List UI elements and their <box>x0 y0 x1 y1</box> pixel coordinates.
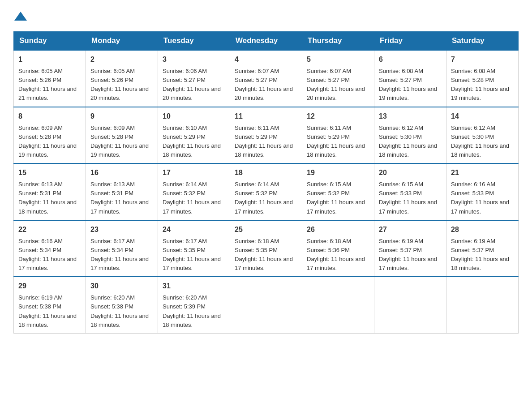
day-number: 8 <box>18 111 81 122</box>
calendar-cell: 15 Sunrise: 6:13 AMSunset: 5:31 PMDaylig… <box>14 163 86 220</box>
days-header-row: SundayMondayTuesdayWednesdayThursdayFrid… <box>14 32 519 51</box>
calendar-cell: 3 Sunrise: 6:06 AMSunset: 5:27 PMDayligh… <box>158 50 230 107</box>
week-row: 29 Sunrise: 6:19 AMSunset: 5:38 PMDaylig… <box>14 277 519 333</box>
calendar-cell: 17 Sunrise: 6:14 AMSunset: 5:32 PMDaylig… <box>158 163 230 220</box>
day-of-week-header: Saturday <box>446 32 519 51</box>
day-of-week-header: Monday <box>86 32 158 51</box>
day-number: 25 <box>235 224 297 235</box>
calendar-cell: 1 Sunrise: 6:05 AMSunset: 5:26 PMDayligh… <box>14 50 86 107</box>
calendar-cell: 20 Sunrise: 6:15 AMSunset: 5:33 PMDaylig… <box>374 163 446 220</box>
day-number: 21 <box>451 167 514 178</box>
calendar-cell: 23 Sunrise: 6:17 AMSunset: 5:34 PMDaylig… <box>86 220 158 277</box>
day-number: 17 <box>163 167 225 178</box>
calendar-cell: 27 Sunrise: 6:19 AMSunset: 5:37 PMDaylig… <box>374 220 446 277</box>
day-number: 30 <box>90 281 153 291</box>
calendar-cell: 19 Sunrise: 6:15 AMSunset: 5:32 PMDaylig… <box>302 163 374 220</box>
day-info: Sunrise: 6:05 AMSunset: 5:26 PMDaylight:… <box>90 68 149 101</box>
day-info: Sunrise: 6:17 AMSunset: 5:35 PMDaylight:… <box>163 238 221 271</box>
calendar-cell: 14 Sunrise: 6:12 AMSunset: 5:30 PMDaylig… <box>446 107 519 164</box>
day-info: Sunrise: 6:19 AMSunset: 5:37 PMDaylight:… <box>379 238 437 271</box>
day-number: 9 <box>90 111 153 122</box>
day-info: Sunrise: 6:15 AMSunset: 5:32 PMDaylight:… <box>307 181 365 214</box>
calendar-cell <box>302 277 374 333</box>
day-of-week-header: Sunday <box>14 32 86 51</box>
day-number: 11 <box>235 111 297 122</box>
day-info: Sunrise: 6:08 AMSunset: 5:28 PMDaylight:… <box>451 68 509 101</box>
logo-triangle-icon <box>14 12 27 21</box>
day-info: Sunrise: 6:09 AMSunset: 5:28 PMDaylight:… <box>18 124 77 158</box>
day-info: Sunrise: 6:10 AMSunset: 5:29 PMDaylight:… <box>163 124 221 158</box>
day-info: Sunrise: 6:20 AMSunset: 5:39 PMDaylight:… <box>163 294 221 328</box>
day-number: 4 <box>235 54 297 65</box>
calendar-cell <box>446 277 519 333</box>
day-number: 16 <box>90 167 153 178</box>
calendar-cell: 4 Sunrise: 6:07 AMSunset: 5:27 PMDayligh… <box>230 50 302 107</box>
day-info: Sunrise: 6:13 AMSunset: 5:31 PMDaylight:… <box>18 181 77 214</box>
day-number: 24 <box>163 224 225 235</box>
day-number: 23 <box>90 224 153 235</box>
calendar-cell: 28 Sunrise: 6:19 AMSunset: 5:37 PMDaylig… <box>446 220 519 277</box>
calendar-cell: 8 Sunrise: 6:09 AMSunset: 5:28 PMDayligh… <box>14 107 86 164</box>
day-number: 12 <box>307 111 369 122</box>
day-of-week-header: Tuesday <box>158 32 230 51</box>
day-number: 28 <box>451 224 514 235</box>
day-number: 14 <box>451 111 514 122</box>
day-info: Sunrise: 6:16 AMSunset: 5:33 PMDaylight:… <box>451 181 509 214</box>
day-info: Sunrise: 6:12 AMSunset: 5:30 PMDaylight:… <box>379 124 437 158</box>
day-info: Sunrise: 6:14 AMSunset: 5:32 PMDaylight:… <box>235 181 293 214</box>
calendar-cell: 24 Sunrise: 6:17 AMSunset: 5:35 PMDaylig… <box>158 220 230 277</box>
calendar-cell: 13 Sunrise: 6:12 AMSunset: 5:30 PMDaylig… <box>374 107 446 164</box>
day-info: Sunrise: 6:18 AMSunset: 5:36 PMDaylight:… <box>307 238 365 271</box>
calendar-cell: 2 Sunrise: 6:05 AMSunset: 5:26 PMDayligh… <box>86 50 158 107</box>
day-number: 1 <box>18 54 81 65</box>
day-info: Sunrise: 6:18 AMSunset: 5:35 PMDaylight:… <box>235 238 293 271</box>
day-number: 19 <box>307 167 369 178</box>
week-row: 8 Sunrise: 6:09 AMSunset: 5:28 PMDayligh… <box>14 107 519 164</box>
calendar-cell: 5 Sunrise: 6:07 AMSunset: 5:27 PMDayligh… <box>302 50 374 107</box>
page-header <box>13 13 519 22</box>
calendar-cell: 16 Sunrise: 6:13 AMSunset: 5:31 PMDaylig… <box>86 163 158 220</box>
calendar-cell: 30 Sunrise: 6:20 AMSunset: 5:38 PMDaylig… <box>86 277 158 333</box>
day-info: Sunrise: 6:16 AMSunset: 5:34 PMDaylight:… <box>18 238 77 271</box>
day-number: 13 <box>379 111 442 122</box>
day-info: Sunrise: 6:07 AMSunset: 5:27 PMDaylight:… <box>307 68 365 101</box>
calendar-cell: 9 Sunrise: 6:09 AMSunset: 5:28 PMDayligh… <box>86 107 158 164</box>
day-info: Sunrise: 6:14 AMSunset: 5:32 PMDaylight:… <box>163 181 221 214</box>
calendar-cell: 22 Sunrise: 6:16 AMSunset: 5:34 PMDaylig… <box>14 220 86 277</box>
calendar-cell: 11 Sunrise: 6:11 AMSunset: 5:29 PMDaylig… <box>230 107 302 164</box>
day-number: 22 <box>18 224 81 235</box>
day-number: 2 <box>90 54 153 65</box>
day-of-week-header: Friday <box>374 32 446 51</box>
day-number: 10 <box>163 111 225 122</box>
day-info: Sunrise: 6:19 AMSunset: 5:37 PMDaylight:… <box>451 238 509 271</box>
week-row: 15 Sunrise: 6:13 AMSunset: 5:31 PMDaylig… <box>14 163 519 220</box>
day-number: 18 <box>235 167 297 178</box>
day-number: 27 <box>379 224 442 235</box>
day-number: 3 <box>163 54 225 65</box>
calendar-cell: 7 Sunrise: 6:08 AMSunset: 5:28 PMDayligh… <box>446 50 519 107</box>
logo <box>13 13 28 22</box>
calendar-cell: 25 Sunrise: 6:18 AMSunset: 5:35 PMDaylig… <box>230 220 302 277</box>
day-info: Sunrise: 6:11 AMSunset: 5:29 PMDaylight:… <box>235 124 293 158</box>
calendar-cell <box>374 277 446 333</box>
day-number: 6 <box>379 54 442 65</box>
day-info: Sunrise: 6:15 AMSunset: 5:33 PMDaylight:… <box>379 181 437 214</box>
week-row: 22 Sunrise: 6:16 AMSunset: 5:34 PMDaylig… <box>14 220 519 277</box>
calendar-cell: 6 Sunrise: 6:08 AMSunset: 5:27 PMDayligh… <box>374 50 446 107</box>
day-number: 20 <box>379 167 442 178</box>
day-number: 31 <box>163 281 225 291</box>
day-info: Sunrise: 6:17 AMSunset: 5:34 PMDaylight:… <box>90 238 149 271</box>
calendar-table: SundayMondayTuesdayWednesdayThursdayFrid… <box>13 31 519 334</box>
day-info: Sunrise: 6:08 AMSunset: 5:27 PMDaylight:… <box>379 68 437 101</box>
day-info: Sunrise: 6:19 AMSunset: 5:38 PMDaylight:… <box>18 294 77 328</box>
day-number: 26 <box>307 224 369 235</box>
day-number: 7 <box>451 54 514 65</box>
calendar-cell: 12 Sunrise: 6:11 AMSunset: 5:29 PMDaylig… <box>302 107 374 164</box>
day-info: Sunrise: 6:11 AMSunset: 5:29 PMDaylight:… <box>307 124 365 158</box>
week-row: 1 Sunrise: 6:05 AMSunset: 5:26 PMDayligh… <box>14 50 519 107</box>
day-info: Sunrise: 6:05 AMSunset: 5:26 PMDaylight:… <box>18 68 77 101</box>
calendar-cell: 21 Sunrise: 6:16 AMSunset: 5:33 PMDaylig… <box>446 163 519 220</box>
day-info: Sunrise: 6:09 AMSunset: 5:28 PMDaylight:… <box>90 124 149 158</box>
day-number: 5 <box>307 54 369 65</box>
calendar-cell: 10 Sunrise: 6:10 AMSunset: 5:29 PMDaylig… <box>158 107 230 164</box>
